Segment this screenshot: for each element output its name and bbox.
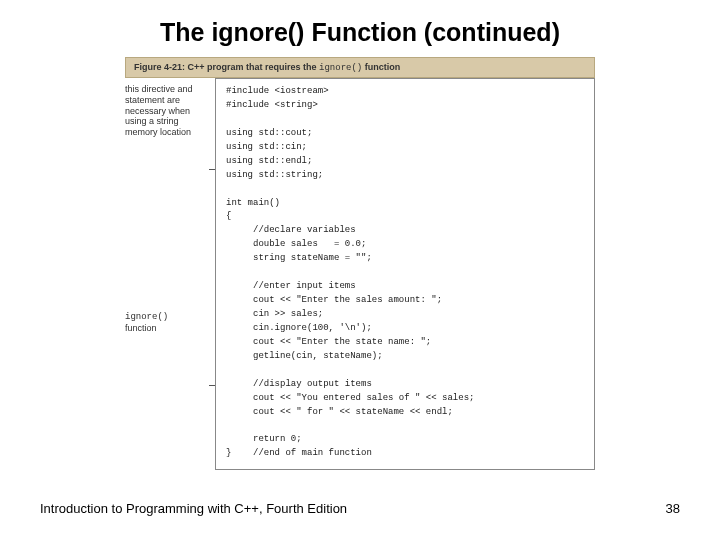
slide-title: The ignore() Function (continued) (40, 18, 680, 47)
annotation-column: this directive and statement are necessa… (125, 78, 215, 470)
annotation-ignore-label: ignore() function (125, 312, 209, 335)
figure-caption: Figure 4-21: C++ program that requires t… (125, 57, 595, 78)
annotation-ignore-line1: ignore() (125, 312, 168, 322)
footer-text: Introduction to Programming with C++, Fo… (40, 501, 347, 516)
code-listing: #include <iostream> #include <string> us… (215, 78, 595, 470)
annotation-ignore-line2: function (125, 323, 157, 333)
figure-caption-suffix: function (362, 62, 400, 72)
annotation-directive-note: this directive and statement are necessa… (125, 84, 209, 138)
figure-body: this directive and statement are necessa… (125, 78, 595, 470)
figure-caption-code: ignore() (319, 63, 362, 73)
slide: The ignore() Function (continued) Figure… (0, 0, 720, 540)
figure-caption-prefix: Figure 4-21: C++ program that requires t… (134, 62, 319, 72)
figure-area: Figure 4-21: C++ program that requires t… (125, 57, 595, 470)
page-number: 38 (666, 501, 680, 516)
